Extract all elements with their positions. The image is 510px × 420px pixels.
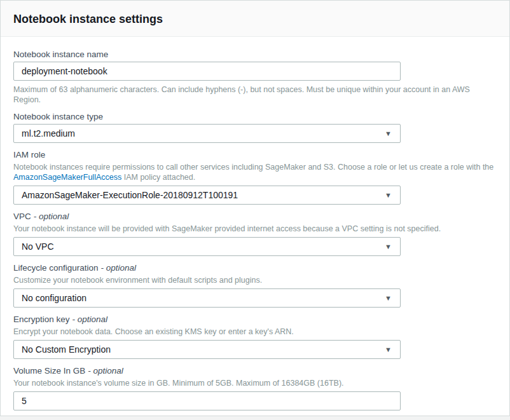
notebook-instance-name-input[interactable] bbox=[13, 62, 401, 81]
dropdown-arrow-icon: ▼ bbox=[385, 130, 392, 137]
dropdown-arrow-icon: ▼ bbox=[385, 243, 392, 250]
lifecycle-configuration-value: No configuration bbox=[22, 293, 86, 303]
vpc-optional-suffix: - optional bbox=[34, 212, 69, 221]
dropdown-arrow-icon: ▼ bbox=[385, 346, 392, 353]
notebook-instance-type-select[interactable]: ml.t2.medium ▼ bbox=[13, 124, 401, 143]
panel-header: Notebook instance settings bbox=[1, 1, 509, 37]
lifecycle-configuration-help: Customize your notebook environment with… bbox=[13, 275, 495, 285]
lifecycle-configuration-label: Lifecycle configuration- optional bbox=[13, 263, 497, 273]
dropdown-arrow-icon: ▼ bbox=[385, 192, 392, 199]
iam-role-help-text-after: IAM policy attached. bbox=[121, 173, 195, 182]
field-group-notebook-instance-type: Notebook instance type ml.t2.medium ▼ bbox=[13, 112, 497, 143]
notebook-instance-settings-panel: Notebook instance settings Notebook inst… bbox=[0, 0, 510, 416]
encryption-optional-suffix: - optional bbox=[72, 315, 108, 324]
iam-role-select[interactable]: AmazonSageMaker-ExecutionRole-20180912T1… bbox=[13, 186, 401, 205]
encryption-key-help: Encrypt your notebook data. Choose an ex… bbox=[13, 327, 495, 337]
vpc-value: No VPC bbox=[22, 241, 54, 252]
vpc-label: VPC- optional bbox=[13, 212, 497, 222]
notebook-instance-name-label: Notebook instance name bbox=[13, 50, 497, 60]
panel-body: Notebook instance name Maximum of 63 alp… bbox=[1, 37, 509, 410]
iam-role-label: IAM role bbox=[13, 150, 497, 160]
iam-role-help-text-before: Notebook instances require permissions t… bbox=[13, 163, 493, 172]
notebook-instance-name-help: Maximum of 63 alphanumeric characters. C… bbox=[13, 85, 495, 105]
volume-size-optional-suffix: - optional bbox=[88, 366, 123, 376]
iam-role-value: AmazonSageMaker-ExecutionRole-20180912T1… bbox=[22, 190, 238, 200]
field-group-notebook-instance-name: Notebook instance name Maximum of 63 alp… bbox=[13, 50, 497, 105]
notebook-instance-type-value: ml.t2.medium bbox=[22, 128, 75, 139]
encryption-key-select[interactable]: No Custom Encryption ▼ bbox=[13, 340, 401, 359]
notebook-instance-type-label: Notebook instance type bbox=[13, 112, 497, 122]
volume-size-label: Volume Size In GB- optional bbox=[13, 366, 497, 376]
panel-title: Notebook instance settings bbox=[13, 12, 497, 26]
encryption-key-value: No Custom Encryption bbox=[22, 344, 111, 355]
encryption-key-label: Encryption key- optional bbox=[13, 315, 497, 325]
field-group-iam-role: IAM role Notebook instances require perm… bbox=[13, 150, 497, 205]
lifecycle-configuration-select[interactable]: No configuration ▼ bbox=[13, 288, 401, 308]
dropdown-arrow-icon: ▼ bbox=[385, 295, 392, 302]
volume-size-help: Your notebook instance's volume size in … bbox=[13, 378, 495, 388]
sagemaker-full-access-policy-link[interactable]: AmazonSageMakerFullAccess bbox=[13, 173, 121, 182]
lifecycle-optional-suffix: - optional bbox=[101, 263, 137, 273]
vpc-help: Your notebook instance will be provided … bbox=[13, 224, 495, 234]
vpc-select[interactable]: No VPC ▼ bbox=[13, 237, 401, 256]
field-group-vpc: VPC- optional Your notebook instance wil… bbox=[13, 212, 497, 256]
field-group-lifecycle-configuration: Lifecycle configuration- optional Custom… bbox=[13, 263, 497, 308]
field-group-encryption-key: Encryption key- optional Encrypt your no… bbox=[13, 315, 497, 359]
volume-size-input[interactable] bbox=[13, 391, 401, 410]
iam-role-help: Notebook instances require permissions t… bbox=[13, 162, 495, 182]
field-group-volume-size: Volume Size In GB- optional Your noteboo… bbox=[13, 366, 497, 410]
